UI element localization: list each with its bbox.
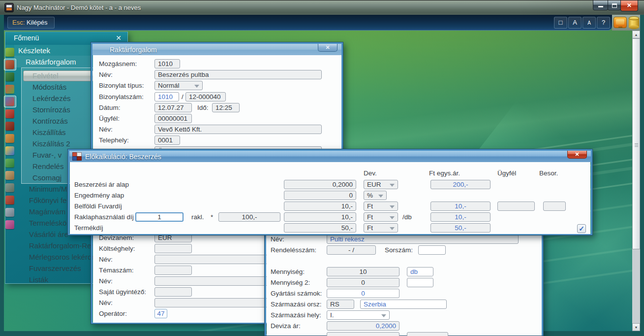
field-mennyiseg-2[interactable]: db	[407, 267, 433, 276]
maximize-button[interactable]	[608, 0, 621, 10]
menu-item-minimum-m[interactable]: Minimum/M	[29, 185, 67, 196]
ball-icon[interactable]	[5, 85, 14, 94]
field-mennyiseg2[interactable]: 0	[327, 278, 399, 287]
font-increase-button[interactable]: A	[568, 17, 582, 29]
tools-icon[interactable]	[5, 208, 14, 217]
esc-exit-button[interactable]: Esc: Kilépés	[7, 17, 55, 29]
menu-item-v-s-rl-i-re[interactable]: Vásárlói áre	[29, 230, 68, 241]
calc-ugyfel-field[interactable]	[497, 202, 535, 211]
menu-item-csomagj[interactable]: Csomagj	[32, 173, 61, 184]
field-nev2[interactable]: Vevő Kettő Kft.	[154, 125, 322, 134]
calc-currency-dropdown[interactable]: Ft	[364, 223, 398, 233]
calc-amount-field[interactable]: 0	[284, 191, 356, 200]
gray-icon[interactable]	[5, 183, 14, 192]
pink-icon[interactable]	[5, 220, 14, 229]
monitor-icon[interactable]	[613, 17, 627, 28]
database-icon[interactable]	[629, 16, 639, 29]
menu-item-kisz-l-t-s-2[interactable]: Kiszálítás 2	[32, 139, 70, 150]
vertical-scrollbar[interactable]: ▲ ▼	[632, 31, 640, 331]
menu-item-m-dos-t-s[interactable]: Módosítás	[32, 83, 66, 94]
menu-item-rakt-rforgalom-ren[interactable]: Raktárforgalom-Ren	[29, 241, 95, 252]
close-button[interactable]: ✕	[620, 0, 638, 11]
menu-item-f-k-nyvi-fe[interactable]: Főkönyvi fe	[29, 196, 67, 207]
menu-item-list-k[interactable]: Listák	[29, 275, 48, 286]
menu-item-kisz-ll-t-s[interactable]: Kiszállítás	[32, 128, 66, 139]
menu-item-kont-roz-s[interactable]: Kontírozás	[32, 117, 68, 128]
field-koltseghely[interactable]	[154, 244, 192, 253]
red-tool-icon[interactable]	[5, 109, 14, 118]
field-mozgasnem[interactable]: 1010	[154, 59, 180, 68]
font-decrease-button[interactable]: A	[583, 17, 596, 29]
elokalkulacio-titlebar[interactable]: Előkalkuláció: Beszerzés	[69, 151, 591, 162]
field-temaszam[interactable]	[154, 266, 192, 275]
raktarforgalom-close-button[interactable]: ✕	[318, 44, 337, 52]
menu-item-mag-nv-m[interactable]: Magánvám	[29, 207, 65, 218]
calc-ft-price-field[interactable]: 10,-	[430, 212, 491, 222]
minimize-button[interactable]	[593, 0, 608, 10]
menu-item-m-rlegsoros-lek-rde[interactable]: Mérlegsoros lekérde	[29, 253, 96, 264]
field-bizonylatszam-2[interactable]: 12-000040	[185, 92, 226, 101]
menu-item-rendel-s[interactable]: Rendelés	[32, 162, 63, 173]
pallet-count-field[interactable]: 1	[135, 212, 184, 222]
calc-ft-price-field[interactable]: 10,-	[430, 202, 491, 211]
calc-currency-dropdown[interactable]: %	[364, 191, 387, 200]
calc-ft-price-field[interactable]: 50,-	[430, 223, 491, 233]
field-szarm_orsz-2[interactable]: Szerbia	[360, 300, 447, 309]
raktarforgalom-titlebar[interactable]: Raktárforgalom	[92, 44, 341, 55]
field-bizonylatszam[interactable]: 1010	[154, 92, 179, 101]
field-mennyiseg2-2[interactable]	[407, 278, 433, 287]
field-deviza_ar[interactable]: 0,2000	[327, 321, 399, 331]
calc-currency-dropdown[interactable]: EUR	[364, 180, 398, 189]
red-cube-icon[interactable]	[5, 196, 14, 204]
calc-ft-price-field[interactable]: 200,-	[430, 180, 491, 189]
cart-icon[interactable]	[5, 97, 14, 106]
field-telephely[interactable]: 0001	[154, 135, 180, 145]
field-rendelesszam-2[interactable]	[418, 245, 446, 255]
field-rendelesszam[interactable]: - /	[327, 245, 376, 255]
field-sajat_ugyintezo[interactable]	[154, 287, 192, 297]
menu-item-lek-rdez-s[interactable]: Lekérdezés	[32, 94, 71, 105]
elokalkulacio-close-button[interactable]: ✕	[567, 151, 587, 159]
crate-icon[interactable]	[5, 134, 14, 143]
calc-besor-field[interactable]	[543, 202, 566, 211]
field-partial-2[interactable]	[407, 332, 448, 336]
scroll-down-icon[interactable]: ▼	[632, 323, 640, 331]
field-bizonylat_tipus[interactable]: Normál	[154, 81, 203, 90]
field-nev[interactable]: Pulti rekesz	[327, 235, 519, 244]
field-szarm_hely[interactable]: I.	[327, 310, 390, 320]
field-mennyiseg[interactable]: 10	[327, 267, 399, 276]
menu-close-icon[interactable]: ✕	[116, 34, 122, 42]
field-szarm_orsz[interactable]: RS	[327, 300, 354, 309]
calc-amount-field[interactable]: 10,-	[284, 212, 356, 222]
field-datum-2[interactable]: 12:25	[212, 103, 240, 112]
calc-currency-dropdown[interactable]: Ft	[364, 202, 398, 211]
menu-item-fuvar-v[interactable]: Fuvar-, v	[32, 151, 61, 162]
field-datum[interactable]: 12.07.27	[154, 103, 192, 112]
calc-amount-field[interactable]: 10,-	[284, 202, 356, 211]
parcel-icon[interactable]	[5, 171, 14, 180]
field-partial[interactable]	[327, 332, 399, 336]
book-icon[interactable]	[5, 122, 14, 131]
plant-icon[interactable]	[5, 48, 14, 57]
help-button[interactable]: ?	[597, 17, 610, 29]
green-book-icon[interactable]	[5, 72, 14, 81]
field-nev1[interactable]: Beszerzés pultba	[154, 70, 322, 79]
confirm-checkbox[interactable]: ✓	[577, 224, 586, 233]
field-operator[interactable]: 47	[154, 309, 167, 318]
menu-group-raktarforgalom[interactable]: Raktárforgalom	[26, 58, 76, 66]
menu-item-termel-sk-[interactable]: Termeléskö	[29, 219, 67, 230]
red-box-icon[interactable]	[5, 60, 14, 69]
calc-amount-field[interactable]: 50,-	[284, 223, 356, 233]
scrollbar-thumb[interactable]	[632, 38, 640, 249]
scroll-up-icon[interactable]: ▲	[632, 31, 640, 38]
field-ugyfel[interactable]: 00000001	[154, 114, 192, 123]
calc-amount-field[interactable]: 0,2000	[284, 180, 356, 189]
money-icon[interactable]	[5, 159, 14, 168]
menu-group-keszletek[interactable]: Készletek	[18, 46, 50, 55]
calc-currency-dropdown[interactable]: Ft	[364, 212, 398, 222]
window-mode-button[interactable]: □	[554, 17, 567, 29]
menu-item-storn-roz-s[interactable]: Stornírozás	[32, 105, 70, 116]
menu-item-fuvarszervez-s[interactable]: Fuvarszervezés	[29, 264, 81, 275]
cube-icon[interactable]	[5, 146, 14, 155]
pallet-price-field[interactable]: 100,-	[218, 212, 280, 222]
